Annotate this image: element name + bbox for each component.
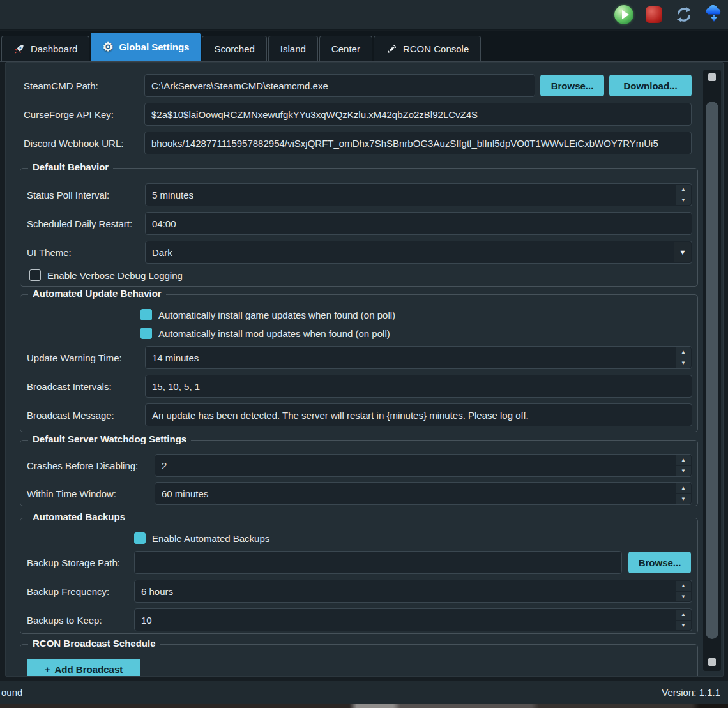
backups-to-keep-value: 10: [141, 615, 152, 626]
status-text: ound: [1, 687, 22, 698]
tab-dashboard[interactable]: Dashboard: [1, 36, 89, 61]
scrollbar-track[interactable]: [703, 70, 721, 671]
status-bar: ound Version: 1.1.1: [0, 681, 728, 704]
backup-frequency-spinbox[interactable]: 6 hours ▲▼: [134, 580, 692, 603]
backup-browse-button[interactable]: Browse...: [628, 552, 691, 573]
crashes-before-disabling-arrows[interactable]: ▲▼: [676, 455, 691, 476]
update-warning-time-label: Update Warning Time:: [27, 346, 122, 369]
tab-global-settings[interactable]: ⚙ Global Settings: [91, 33, 201, 61]
steamcmd-download-label: Download...: [623, 80, 677, 91]
start-server-button[interactable]: [614, 4, 634, 25]
tab-scorched-label: Scorched: [214, 43, 254, 54]
crashes-before-disabling-value: 2: [162, 460, 167, 471]
tab-center[interactable]: Center: [319, 36, 372, 61]
tab-rcon-console[interactable]: RCON Console: [374, 36, 481, 61]
backup-frequency-label: Backup Frequency:: [27, 580, 109, 603]
dropdown-arrow-icon[interactable]: ▼: [674, 242, 691, 262]
backup-frequency-arrows[interactable]: ▲▼: [676, 581, 691, 601]
steamcmd-browse-button[interactable]: Browse...: [540, 75, 604, 96]
auto-mod-updates-checkbox[interactable]: [140, 328, 152, 339]
spin-down-icon[interactable]: ▼: [676, 195, 691, 206]
satellite-icon: [386, 43, 397, 55]
scrollbar-thumb[interactable]: [706, 102, 718, 639]
discord-webhook-url-input[interactable]: bhooks/1428771115957882954/viSxjQRFT_omD…: [144, 132, 692, 154]
scheduled-daily-restart-input[interactable]: 04:00: [145, 212, 692, 235]
backup-storage-path-label: Backup Storage Path:: [27, 551, 120, 574]
discord-webhook-url-label: Discord Webhook URL:: [24, 132, 123, 154]
watchdog-title: Default Server Watchdog Settings: [28, 433, 191, 444]
automated-update-group: Automated Update Behavior Automatically …: [20, 294, 698, 432]
stop-icon: [646, 6, 662, 23]
default-behavior-title: Default Behavior: [28, 162, 113, 172]
version-label: Version: 1.1.1: [662, 687, 720, 698]
rcon-schedule-group: RCON Broadcast Schedule + Add Broadcast: [20, 644, 698, 677]
spin-up-icon[interactable]: ▲: [676, 455, 691, 465]
add-broadcast-button[interactable]: + Add Broadcast: [27, 659, 140, 677]
curseforge-api-key-value: $2a$10$laiOowqRCZMNxewufgkYYu3xqWQzKzlu.…: [151, 109, 478, 120]
backup-browse-label: Browse...: [639, 557, 681, 568]
auto-game-updates-label: Automatically install game updates when …: [158, 309, 395, 320]
ui-theme-value: Dark: [152, 247, 172, 258]
steamcmd-browse-label: Browse...: [551, 80, 594, 91]
tab-island[interactable]: Island: [268, 36, 318, 61]
ui-theme-dropdown[interactable]: Dark ▼: [145, 241, 692, 264]
update-warning-time-arrows[interactable]: ▲▼: [676, 347, 691, 368]
backup-frequency-value: 6 hours: [141, 586, 173, 597]
spin-up-icon[interactable]: ▲: [676, 185, 691, 195]
update-warning-time-spinbox[interactable]: 14 minutes ▲▼: [145, 346, 692, 369]
within-time-window-arrows[interactable]: ▲▼: [676, 483, 691, 504]
broadcast-message-value: An update has been detected. The server …: [152, 410, 529, 421]
spin-down-icon[interactable]: ▼: [676, 592, 691, 602]
spin-up-icon[interactable]: ▲: [676, 610, 691, 620]
curseforge-api-key-input[interactable]: $2a$10$laiOowqRCZMNxewufgkYYu3xqWQzKzlu.…: [144, 103, 692, 126]
verbose-logging-checkbox[interactable]: [29, 269, 41, 281]
verbose-logging-label: Enable Verbose Debug Logging: [47, 269, 183, 281]
background-window-sliver: [0, 704, 728, 708]
spin-down-icon[interactable]: ▼: [676, 466, 691, 476]
refresh-button[interactable]: [674, 4, 694, 25]
status-poll-interval-value: 5 minutes: [152, 190, 193, 200]
steamcmd-path-input[interactable]: C:\ArkServers\SteamCMD\steamcmd.exe: [144, 74, 535, 97]
status-poll-interval-label: Status Poll Interval:: [27, 183, 109, 206]
scrollbar-up-button[interactable]: [708, 73, 716, 81]
auto-game-updates-checkbox[interactable]: [140, 309, 152, 320]
spin-down-icon[interactable]: ▼: [676, 621, 691, 631]
global-settings-panel: SteamCMD Path: C:\ArkServers\SteamCMD\st…: [5, 62, 724, 677]
crashes-before-disabling-spinbox[interactable]: 2 ▲▼: [155, 454, 692, 477]
tab-rcon-console-label: RCON Console: [403, 43, 469, 54]
steamcmd-download-button[interactable]: Download...: [609, 75, 692, 96]
spin-down-icon[interactable]: ▼: [676, 494, 691, 504]
spin-up-icon[interactable]: ▲: [676, 581, 691, 591]
spin-up-icon[interactable]: ▲: [676, 483, 691, 493]
auto-mod-updates-label: Automatically install mod updates when f…: [158, 328, 390, 339]
stop-server-button[interactable]: [644, 4, 664, 25]
plus-icon: +: [45, 664, 50, 675]
refresh-icon: [674, 5, 694, 24]
spin-up-icon[interactable]: ▲: [676, 347, 691, 358]
spin-down-icon[interactable]: ▼: [676, 358, 691, 368]
backups-to-keep-arrows[interactable]: ▲▼: [676, 610, 691, 630]
steamcmd-path-label: SteamCMD Path:: [24, 74, 98, 97]
tab-scorched[interactable]: Scorched: [202, 36, 266, 61]
within-time-window-label: Within Time Window:: [27, 482, 116, 505]
backup-storage-path-input[interactable]: [134, 551, 622, 574]
broadcast-message-input[interactable]: An update has been detected. The server …: [145, 403, 692, 426]
within-time-window-spinbox[interactable]: 60 minutes ▲▼: [155, 482, 692, 505]
discord-webhook-url-value: bhooks/1428771115957882954/viSxjQRFT_omD…: [151, 138, 658, 149]
ui-theme-label: UI Theme:: [27, 241, 72, 264]
rocket-icon: [13, 43, 25, 55]
play-icon: [614, 5, 633, 24]
tab-global-settings-label: Global Settings: [119, 41, 189, 52]
backups-to-keep-spinbox[interactable]: 10 ▲▼: [134, 608, 692, 631]
gear-icon: ⚙: [102, 41, 113, 53]
scheduled-daily-restart-label: Scheduled Daily Restart:: [27, 212, 132, 235]
status-poll-interval-spinbox[interactable]: 5 minutes ▲▼: [145, 183, 692, 206]
scrollbar-down-button[interactable]: [708, 658, 716, 666]
status-poll-interval-arrows[interactable]: ▲▼: [676, 185, 691, 205]
update-warning-time-value: 14 minutes: [152, 352, 199, 363]
broadcast-intervals-input[interactable]: 15, 10, 5, 1: [145, 375, 692, 398]
enable-backups-checkbox[interactable]: [134, 532, 146, 544]
update-steamcmd-button[interactable]: [704, 4, 724, 25]
curseforge-api-key-label: CurseForge API Key:: [24, 103, 114, 126]
within-time-window-value: 60 minutes: [162, 488, 208, 499]
